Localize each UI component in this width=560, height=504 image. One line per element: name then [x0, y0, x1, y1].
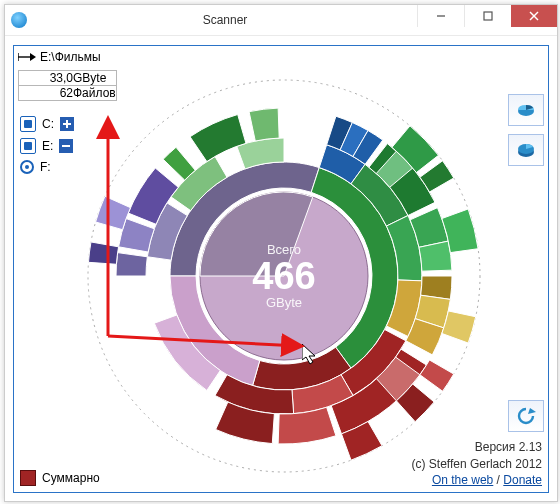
minimize-button[interactable]: [417, 5, 464, 27]
drive-row-c[interactable]: C:: [20, 116, 74, 132]
version-label: Версия 2.13: [411, 439, 542, 455]
pie-3d-button[interactable]: [508, 134, 544, 166]
drive-label: C:: [42, 117, 54, 131]
web-link[interactable]: On the web: [432, 473, 493, 487]
size-value: 33,0: [19, 71, 74, 86]
window-title: Scanner: [33, 13, 417, 27]
path-arrow-icon: [18, 51, 36, 63]
expand-icon[interactable]: [60, 117, 74, 131]
drive-icon: [20, 160, 34, 174]
summary-label: Суммарно: [42, 471, 100, 485]
drive-label: F:: [40, 160, 51, 174]
copyright-label: (c) Steffen Gerlach 2012: [411, 456, 542, 472]
pie-2d-button[interactable]: [508, 94, 544, 126]
window-controls: [417, 5, 557, 35]
drive-icon: [20, 138, 36, 154]
credits: Версия 2.13 (c) Steffen Gerlach 2012 On …: [411, 439, 542, 488]
collapse-icon[interactable]: [59, 139, 73, 153]
svg-marker-5: [30, 53, 36, 61]
drive-icon: [20, 116, 36, 132]
path-text: E:\Фильмы: [40, 50, 101, 64]
client-area: E:\Фильмы 33,0 GByte 62 Файлов C:: [13, 45, 549, 493]
drive-row-e[interactable]: E:: [20, 138, 74, 154]
titlebar: Scanner: [5, 5, 557, 36]
maximize-button[interactable]: [464, 5, 511, 27]
drive-list: C: E: F:: [20, 116, 74, 174]
summary-swatch-icon: [20, 470, 36, 486]
drive-label: E:: [42, 139, 53, 153]
sunburst-chart[interactable]: Всего 466 GByte: [84, 76, 484, 476]
app-window: Scanner E:\Фильмы 33,0 GByte 62 Файлов: [4, 4, 558, 502]
drive-row-f[interactable]: F:: [20, 160, 74, 174]
svg-marker-10: [528, 408, 536, 414]
donate-link[interactable]: Donate: [503, 473, 542, 487]
mouse-cursor-icon: [302, 344, 320, 366]
refresh-button[interactable]: [508, 400, 544, 432]
app-icon: [11, 12, 27, 28]
file-count: 62: [19, 86, 74, 101]
summary-toggle[interactable]: Суммарно: [20, 470, 100, 486]
close-button[interactable]: [511, 5, 557, 27]
breadcrumb[interactable]: E:\Фильмы: [18, 50, 101, 64]
svg-rect-1: [484, 12, 492, 20]
svg-marker-13: [302, 344, 315, 364]
